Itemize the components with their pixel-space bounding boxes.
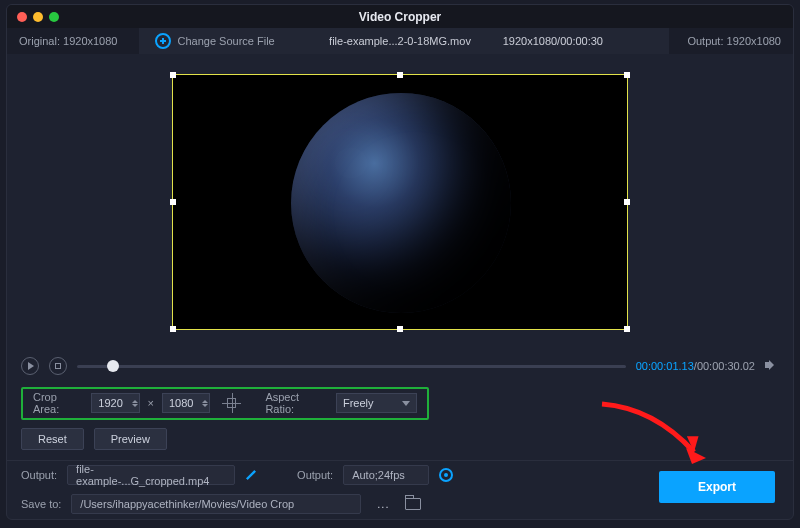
multiply-sign: × bbox=[148, 397, 154, 409]
seek-slider[interactable] bbox=[77, 359, 626, 373]
save-path: /Users/ihappyacethinker/Movies/Video Cro… bbox=[80, 498, 294, 510]
preview-area bbox=[7, 54, 793, 350]
crop-handle-nw[interactable] bbox=[170, 72, 176, 78]
output-res-tab: Output: 1920x1080 bbox=[669, 28, 793, 53]
crop-width-input[interactable]: 1920 bbox=[91, 393, 139, 413]
stop-icon bbox=[55, 363, 61, 369]
window-title: Video Cropper bbox=[7, 10, 793, 24]
time-display: 00:00:01.13/00:00:30.02 bbox=[636, 360, 755, 372]
export-label: Export bbox=[698, 480, 736, 494]
crop-width-value: 1920 bbox=[98, 397, 122, 409]
output-format: Auto;24fps bbox=[352, 469, 405, 481]
crop-handle-ne[interactable] bbox=[624, 72, 630, 78]
export-button[interactable]: Export bbox=[659, 471, 775, 503]
open-folder-icon[interactable] bbox=[405, 498, 421, 510]
header-strip: Original: 1920x1080 Change Source File f… bbox=[7, 28, 793, 53]
stop-button[interactable] bbox=[49, 357, 67, 375]
reset-button[interactable]: Reset bbox=[21, 428, 84, 450]
save-path-field[interactable]: /Users/ihappyacethinker/Movies/Video Cro… bbox=[71, 494, 361, 514]
crop-area-label: Crop Area: bbox=[33, 391, 83, 415]
seek-knob[interactable] bbox=[107, 360, 119, 372]
video-thumbnail bbox=[291, 93, 511, 313]
source-res-duration: 1920x1080/00:00:30 bbox=[503, 35, 603, 47]
volume-icon[interactable] bbox=[765, 359, 779, 373]
output-filename: file-example-...G_cropped.mp4 bbox=[76, 463, 226, 487]
preview-label: Preview bbox=[111, 433, 150, 445]
crop-handle-w[interactable] bbox=[170, 199, 176, 205]
crop-handle-e[interactable] bbox=[624, 199, 630, 205]
aspect-ratio-value: Freely bbox=[343, 397, 374, 409]
output-format-label: Output: bbox=[297, 469, 333, 481]
crop-width-stepper[interactable] bbox=[132, 400, 138, 407]
crop-controls: Crop Area: 1920 × 1080 Aspect Ratio: Fre… bbox=[21, 387, 429, 420]
output-filename-field[interactable]: file-example-...G_cropped.mp4 bbox=[67, 465, 235, 485]
crop-handle-n[interactable] bbox=[397, 72, 403, 78]
crop-handle-se[interactable] bbox=[624, 326, 630, 332]
settings-gear-icon[interactable] bbox=[439, 468, 453, 482]
playback-bar: 00:00:01.13/00:00:30.02 bbox=[7, 350, 793, 383]
output-file-label: Output: bbox=[21, 469, 57, 481]
time-current: 00:00:01.13 bbox=[636, 360, 694, 372]
save-to-label: Save to: bbox=[21, 498, 61, 510]
crop-handle-sw[interactable] bbox=[170, 326, 176, 332]
play-icon bbox=[28, 362, 34, 370]
output-res: 1920x1080 bbox=[727, 35, 781, 47]
aspect-ratio-label: Aspect Ratio: bbox=[265, 391, 328, 415]
crop-height-value: 1080 bbox=[169, 397, 193, 409]
reset-label: Reset bbox=[38, 433, 67, 445]
crop-handle-s[interactable] bbox=[397, 326, 403, 332]
chevron-down-icon bbox=[402, 401, 410, 406]
action-buttons: Reset Preview bbox=[21, 428, 779, 450]
crop-height-stepper[interactable] bbox=[202, 400, 208, 407]
crop-frame[interactable] bbox=[172, 74, 628, 330]
browse-path-button[interactable]: ... bbox=[371, 498, 395, 510]
output-format-field[interactable]: Auto;24fps bbox=[343, 465, 429, 485]
seek-track bbox=[77, 365, 626, 368]
edit-filename-icon[interactable] bbox=[243, 467, 260, 484]
preview-button[interactable]: Preview bbox=[94, 428, 167, 450]
time-total: 00:00:30.02 bbox=[697, 360, 755, 372]
output-label: Output: bbox=[687, 35, 723, 47]
aspect-ratio-select[interactable]: Freely bbox=[336, 393, 417, 413]
titlebar: Video Cropper bbox=[7, 5, 793, 28]
center-crop-icon[interactable] bbox=[222, 393, 241, 413]
play-button[interactable] bbox=[21, 357, 39, 375]
crop-height-input[interactable]: 1080 bbox=[162, 393, 210, 413]
